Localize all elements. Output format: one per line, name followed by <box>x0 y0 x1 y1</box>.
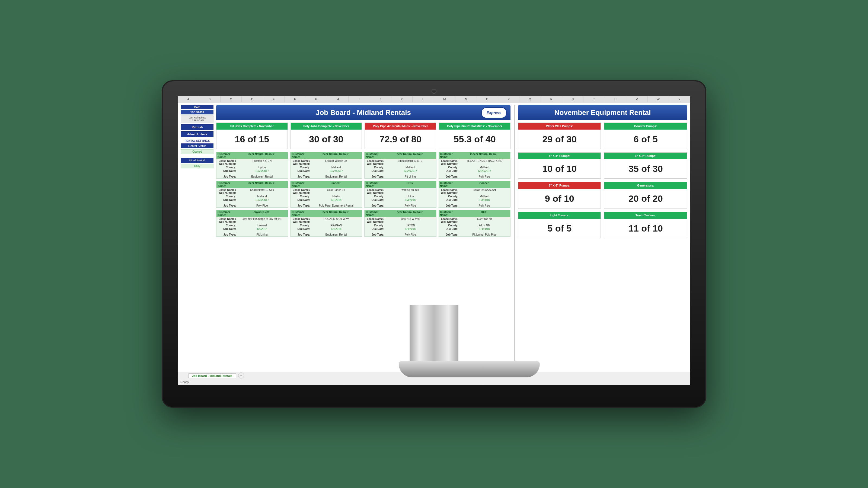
date-value: 11/15/2018 <box>181 110 214 115</box>
col-G: G <box>306 96 328 102</box>
job-customer-row: Customer Name:Pioneer <box>290 181 362 188</box>
col-K: K <box>392 96 413 102</box>
right-title-bar: November Equipment Rental <box>518 105 687 120</box>
rental-card: 4" X 4" Pumps:10 of 10 <box>518 152 601 179</box>
admin-unlock-button[interactable]: Admin Unlock <box>181 131 214 137</box>
column-ruler: ABCDEFGHIJKLMNOPQRSTUVWX <box>178 96 690 102</box>
rental-card: Water Well Pumps:29 of 30 <box>518 123 601 149</box>
job-card: Customer Name:PioneerLease Name / Well N… <box>439 181 510 208</box>
col-N: N <box>456 96 477 102</box>
job-due-row: Due Date:1/4/2018 <box>290 227 362 231</box>
col-O: O <box>477 96 498 102</box>
job-customer-row: Customer Name:neer Natural Resour <box>365 210 436 217</box>
rental-card: 6" X 6" Pumps:9 of 10 <box>518 182 601 208</box>
job-customer-row: Customer Name:Pioneer <box>439 181 510 188</box>
rental-value: 35 of 30 <box>604 159 687 178</box>
sidebar: Date 11/15/2018 Last Refreshed: 10:26:07… <box>181 105 214 369</box>
job-customer-row: Customer Name:neer Natural Resour <box>290 152 362 159</box>
sheet-tab[interactable]: Job Board - Midland Rentals <box>188 373 236 378</box>
col-H: H <box>327 96 348 102</box>
job-lease-row: Lease Name / Well Number:Locklar-Wilson … <box>290 159 362 166</box>
job-due-row: Due Date:12/20/2017 <box>216 169 288 173</box>
rental-value: 29 of 30 <box>518 130 601 149</box>
jobs-grid: Customer Name:neer Natural ResourLease N… <box>216 152 510 237</box>
job-customer-row: Customer Name:crownQuest <box>216 210 288 217</box>
left-title: Job Board - Midland Rentals <box>316 108 411 117</box>
job-lease-row: Lease Name / Well Number:OXY frac pit <box>439 217 510 224</box>
job-county-row: County:Midland <box>216 195 288 198</box>
rental-title: Booster Pumps: <box>604 123 687 130</box>
col-L: L <box>412 96 434 102</box>
metric-value: 55.3 of 40 <box>439 130 510 149</box>
col-S: S <box>562 96 584 102</box>
rental-value: 6 of 5 <box>604 130 687 149</box>
rental-card: 6" X 3" Pumps:35 of 30 <box>604 152 687 179</box>
job-due-row: Due Date:1/1/2018 <box>290 198 362 202</box>
job-customer-row: Customer Name:neer Natural Resour <box>216 181 288 188</box>
job-lease-row: Lease Name / Well Number:ROCKER B Q1 W W <box>290 217 362 224</box>
job-lease-row: Lease Name / Well Number:Shackelford 10 … <box>365 159 436 166</box>
col-J: J <box>370 96 392 102</box>
metric-title: Poly Jobs Complete - November <box>291 123 362 130</box>
job-card: Customer Name:neer Natural ResourLease N… <box>290 152 362 178</box>
job-county-row: County:Upton <box>365 195 436 198</box>
job-due-row: Due Date:12/29/2017 <box>439 169 510 173</box>
rental-title: Generators: <box>604 182 687 189</box>
job-type-row: Job Type:Equipment Rental <box>290 233 362 236</box>
rental-status-label[interactable]: Rental Status <box>181 143 214 148</box>
rental-card: Generators:20 of 20 <box>604 182 687 208</box>
job-type-row: Job Type:Equipment Rental <box>216 175 288 178</box>
rental-value: 5 of 5 <box>518 219 601 238</box>
col-D: D <box>242 96 263 102</box>
rental-title: 6" X 6" Pumps: <box>518 182 601 189</box>
job-lease-row: Lease Name / Well Number:Joy 39 Pit (Cha… <box>216 217 288 224</box>
col-I: I <box>348 96 370 102</box>
job-county-row: County:Martin <box>290 195 362 198</box>
rental-card: Trash Trailers:11 of 10 <box>604 212 687 238</box>
job-due-row: Due Date:1/4/2018 <box>216 227 288 231</box>
col-W: W <box>648 96 669 102</box>
job-type-row: Job Type:Pit Lining, Poly Pipe <box>439 233 510 236</box>
last-refreshed: Last Refreshed: 10:26:07 AM <box>181 116 214 123</box>
job-lease-row: Lease Name / Well Number:Shackelford 10 … <box>216 188 288 195</box>
job-customer-row: Customer Name:neer Natural Resour <box>290 210 362 217</box>
job-type-row: Job Type:Poly Pipe, Equipment Rental <box>290 204 362 207</box>
col-P: P <box>498 96 520 102</box>
job-card: Customer Name:crownQuestLease Name / Wel… <box>216 210 288 237</box>
job-card: Customer Name:neer Natural ResourLease N… <box>290 210 362 237</box>
col-T: T <box>584 96 605 102</box>
rental-title: Water Well Pumps: <box>518 123 601 130</box>
metric-card: Poly Pipe 3in Rental Miles: - November55… <box>439 123 510 149</box>
col-A: A <box>178 96 199 102</box>
job-due-row: Due Date:1/4/2018 <box>365 227 436 231</box>
job-customer-row: Customer Name:neer Natural Resour <box>365 152 436 159</box>
metric-card: Poly Jobs Complete - November30 of 30 <box>290 123 362 149</box>
job-type-row: Job Type:Poly Pipe <box>439 175 510 178</box>
job-type-row: Job Type:Equipment Rental <box>290 175 362 178</box>
camera-icon <box>432 89 436 94</box>
job-type-row: Job Type:Poly Pipe <box>365 204 436 207</box>
job-card: Customer Name:neer Natural ResourLease N… <box>216 181 288 208</box>
goal-period-label[interactable]: Goal Period <box>181 158 214 163</box>
rental-value: 10 of 10 <box>518 159 601 178</box>
rental-title: 6" X 3" Pumps: <box>604 153 687 159</box>
job-due-row: Due Date:1/3/2018 <box>439 198 510 202</box>
col-V: V <box>626 96 648 102</box>
refresh-button[interactable]: Refresh <box>181 124 214 130</box>
job-card: Customer Name:ioneer Natural ResouLease … <box>439 152 510 178</box>
goal-period-value: Daily <box>181 164 214 168</box>
job-card: Customer Name:PioneerLease Name / Well N… <box>290 181 362 208</box>
rental-value: 9 of 10 <box>518 189 601 208</box>
col-M: M <box>434 96 456 102</box>
new-sheet-button[interactable]: + <box>238 372 244 379</box>
express-logo: Express <box>481 107 507 118</box>
job-due-row: Due Date:12/30/2017 <box>216 198 288 202</box>
job-card: Customer Name:neer Natural ResourLease N… <box>216 152 288 178</box>
job-type-row: Job Type:Poly Pipe <box>216 204 288 207</box>
job-county-row: County:Upton <box>216 166 288 169</box>
status-ready: Ready <box>180 380 189 384</box>
job-county-row: County:Eddy, NM <box>439 224 510 227</box>
job-customer-row: Customer Name:OXY <box>439 210 510 217</box>
job-county-row: County:Midland <box>439 195 510 198</box>
job-due-row: Due Date:12/25/2017 <box>365 169 436 173</box>
